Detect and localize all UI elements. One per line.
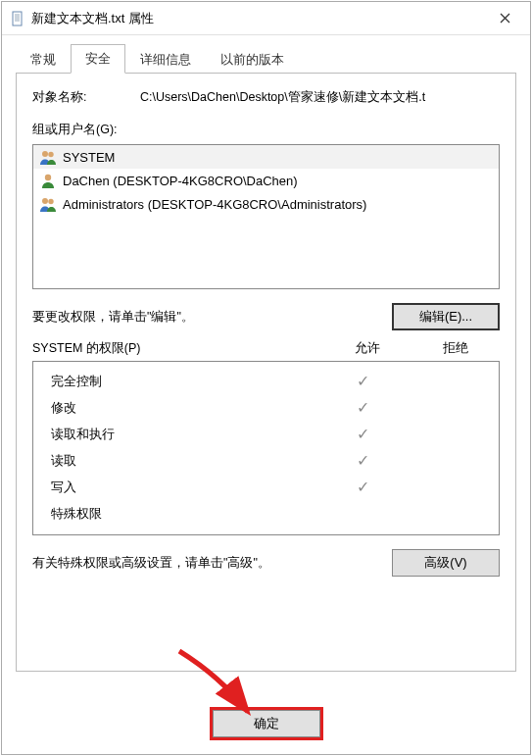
tab-general[interactable]: 常规 xyxy=(16,45,71,74)
tab-security[interactable]: 安全 xyxy=(71,44,125,74)
user-name: SYSTEM xyxy=(63,150,115,165)
permissions-table: 完全控制✓修改✓读取和执行✓读取✓写入✓特殊权限 xyxy=(32,361,500,535)
edit-row: 要更改权限，请单击"编辑"。 编辑(E)... xyxy=(32,303,500,330)
ok-button[interactable]: 确定 xyxy=(213,710,320,737)
permission-allow: ✓ xyxy=(320,478,405,496)
object-name-value: C:\Users\DaChen\Desktop\管家速修\新建文本文档.t xyxy=(140,89,500,106)
tab-body-security: 对象名称: C:\Users\DaChen\Desktop\管家速修\新建文本文… xyxy=(16,74,516,672)
permission-allow: ✓ xyxy=(320,425,405,443)
col-deny: 拒绝 xyxy=(411,340,500,357)
permission-row: 写入✓ xyxy=(43,474,489,500)
user-list-item[interactable]: DaChen (DESKTOP-4KG8CRO\DaChen) xyxy=(33,169,499,192)
edit-hint: 要更改权限，请单击"编辑"。 xyxy=(32,309,194,326)
object-name-row: 对象名称: C:\Users\DaChen\Desktop\管家速修\新建文本文… xyxy=(32,89,500,106)
user-icon xyxy=(39,172,57,189)
advanced-row: 有关特殊权限或高级设置，请单击"高级"。 高级(V) xyxy=(32,549,500,577)
edit-button[interactable]: 编辑(E)... xyxy=(392,303,500,330)
close-button[interactable] xyxy=(483,5,526,32)
permissions-header: SYSTEM 的权限(P) 允许 拒绝 xyxy=(32,340,500,357)
user-list[interactable]: SYSTEMDaChen (DESKTOP-4KG8CRO\DaChen)Adm… xyxy=(32,144,500,289)
titlebar: 新建文本文档.txt 属性 xyxy=(2,2,530,35)
permission-name: 完全控制 xyxy=(43,373,320,390)
window-title: 新建文本文档.txt 属性 xyxy=(31,10,483,27)
svg-point-7 xyxy=(42,151,48,157)
svg-point-8 xyxy=(48,152,53,157)
permission-name: 读取和执行 xyxy=(43,426,320,443)
tab-strip: 常规 安全 详细信息 以前的版本 xyxy=(16,45,516,74)
permission-allow: ✓ xyxy=(320,451,405,470)
permissions-for-label: SYSTEM 的权限(P) xyxy=(32,340,323,357)
close-icon xyxy=(500,11,510,26)
properties-dialog: 新建文本文档.txt 属性 常规 安全 详细信息 以前的版本 对象名称: C:\… xyxy=(1,1,531,755)
svg-point-10 xyxy=(42,198,48,204)
group-icon xyxy=(39,148,57,166)
user-list-item[interactable]: SYSTEM xyxy=(33,145,499,169)
permission-allow: ✓ xyxy=(320,398,405,417)
user-name: Administrators (DESKTOP-4KG8CRO\Administ… xyxy=(63,197,366,212)
advanced-hint: 有关特殊权限或高级设置，请单击"高级"。 xyxy=(32,555,270,572)
tab-details[interactable]: 详细信息 xyxy=(125,45,206,74)
col-allow: 允许 xyxy=(323,340,411,357)
permission-row: 修改✓ xyxy=(43,394,489,421)
advanced-button[interactable]: 高级(V) xyxy=(392,549,500,577)
user-name: DaChen (DESKTOP-4KG8CRO\DaChen) xyxy=(63,174,298,188)
document-icon xyxy=(10,11,25,26)
permission-name: 读取 xyxy=(43,452,320,470)
permission-name: 修改 xyxy=(43,399,320,417)
permission-row: 特殊权限 xyxy=(43,500,489,527)
footer-buttons: 确定 xyxy=(16,697,516,754)
permission-allow: ✓ xyxy=(320,372,405,390)
svg-point-11 xyxy=(48,199,53,204)
permission-name: 写入 xyxy=(43,479,320,496)
dialog-content: 常规 安全 详细信息 以前的版本 对象名称: C:\Users\DaChen\D… xyxy=(2,35,530,754)
svg-point-9 xyxy=(45,175,51,180)
permission-row: 完全控制✓ xyxy=(43,368,489,394)
permission-row: 读取和执行✓ xyxy=(43,421,489,447)
object-name-label: 对象名称: xyxy=(32,89,140,106)
ok-button-highlight: 确定 xyxy=(210,707,323,740)
group-icon xyxy=(39,195,57,213)
permission-name: 特殊权限 xyxy=(43,505,320,523)
permission-row: 读取✓ xyxy=(43,447,489,474)
group-users-label: 组或用户名(G): xyxy=(32,122,500,138)
tab-previous-versions[interactable]: 以前的版本 xyxy=(206,45,299,74)
user-list-item[interactable]: Administrators (DESKTOP-4KG8CRO\Administ… xyxy=(33,192,499,216)
